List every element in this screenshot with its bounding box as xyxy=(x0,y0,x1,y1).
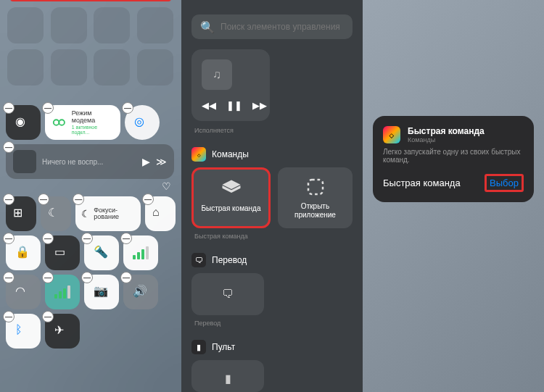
moon-icon: ☾ xyxy=(48,206,64,222)
tile-quick-command[interactable]: Быстрая команда xyxy=(191,167,271,228)
svg-point-0 xyxy=(54,120,59,125)
tile-battery[interactable]: ▭ xyxy=(45,235,80,270)
remove-icon[interactable] xyxy=(3,141,15,153)
remove-icon[interactable] xyxy=(42,102,54,114)
focus-label: Фокуси- рование xyxy=(94,207,135,220)
next-icon[interactable]: ▶▶ xyxy=(252,100,267,111)
shortcuts-icon: ⬦ xyxy=(191,147,206,162)
row-label: Быстрая команда xyxy=(383,178,461,188)
remove-icon[interactable] xyxy=(3,311,15,322)
tile-hotspot[interactable]: Режим модема 1 активное подкл... xyxy=(45,105,120,140)
accessibility-icon: ◉ xyxy=(15,114,31,130)
tile-calculator[interactable]: ⊞ xyxy=(6,196,36,231)
card-description: Легко запускайте одну из своих быстрых к… xyxy=(383,148,524,164)
card-title: Быстрая команда xyxy=(408,126,485,136)
search-input[interactable]: 🔍 xyxy=(191,14,353,39)
hotspot-title: Режим модема xyxy=(72,110,115,125)
forward-icon[interactable]: ≫ xyxy=(156,156,167,167)
translate-bubble-icon: 🗨 xyxy=(217,283,239,305)
tile-cellular-data[interactable] xyxy=(45,275,80,309)
volume-icon: 🔊 xyxy=(133,284,149,300)
choose-button[interactable]: Выбор xyxy=(487,176,522,190)
battery-icon: ▭ xyxy=(54,245,70,261)
tile-wifi[interactable]: ◠ xyxy=(6,275,41,309)
remove-icon[interactable] xyxy=(42,233,54,244)
signal-icon xyxy=(133,246,149,259)
play-icon[interactable]: ▶ xyxy=(142,156,150,167)
flashlight-icon: 🔦 xyxy=(94,245,110,261)
hotspot-subtitle: 1 активное подкл... xyxy=(72,125,115,135)
camera-icon: 📷 xyxy=(94,284,110,300)
section-title: Команды xyxy=(212,149,249,159)
tile-dnd[interactable]: ☾ xyxy=(41,196,71,231)
now-playing-caption: Исполняется xyxy=(194,127,363,134)
section-commands: ⬦ Команды xyxy=(191,147,353,162)
remove-icon[interactable] xyxy=(120,272,132,283)
section-remote: ▮ Пульт xyxy=(191,340,353,354)
tile-caption: Перевод xyxy=(194,320,363,327)
shortcut-config-card: ⬦ Быстрая команда Команды Легко запускай… xyxy=(373,116,534,202)
tile-home[interactable]: ⌂ xyxy=(145,196,176,231)
remove-icon[interactable] xyxy=(3,102,15,114)
highlight-choose: Выбор xyxy=(485,174,524,192)
signal-icon xyxy=(54,285,70,299)
pause-icon[interactable]: ❚❚ xyxy=(226,100,242,111)
remove-icon[interactable] xyxy=(81,272,93,283)
svg-point-1 xyxy=(59,120,65,125)
remove-icon[interactable] xyxy=(120,233,132,244)
music-icon: ♫ xyxy=(202,59,232,90)
remove-icon[interactable] xyxy=(38,193,49,205)
tile-label: Открыть приложение xyxy=(284,202,347,220)
home-icon: ⌂ xyxy=(152,206,168,222)
tile-orientation-lock[interactable]: 🔒 xyxy=(6,235,41,270)
remove-icon[interactable] xyxy=(42,311,54,322)
remove-icon[interactable] xyxy=(42,272,54,283)
airdrop-icon: ◎ xyxy=(134,114,150,130)
heart-icon[interactable]: ♡ xyxy=(162,180,171,192)
tile-open-app[interactable]: Открыть приложение xyxy=(278,167,353,228)
tile-airdrop[interactable]: ◎ xyxy=(125,105,160,140)
tile-remote[interactable]: ▮ xyxy=(191,360,264,392)
search-field[interactable] xyxy=(221,22,344,32)
tile-label: Быстрая команда xyxy=(201,204,260,213)
tile-focus[interactable]: ☾ Фокуси- рование xyxy=(75,196,141,231)
svg-rect-2 xyxy=(308,180,323,194)
tile-cellular[interactable] xyxy=(123,235,158,270)
bluetooth-icon: ᛒ xyxy=(15,323,31,339)
shortcuts-app-icon: ⬦ xyxy=(383,126,400,143)
section-title: Пульт xyxy=(212,342,235,352)
highlight-add-control: + Добавить элемент управления xyxy=(10,0,171,1)
hotspot-icon xyxy=(51,114,67,131)
remove-icon[interactable] xyxy=(3,272,15,283)
tile-camera[interactable]: 📷 xyxy=(84,275,119,309)
lock-rotation-icon: 🔒 xyxy=(15,245,31,261)
tile-bluetooth[interactable]: ᛒ xyxy=(6,314,41,349)
stack-icon xyxy=(221,178,242,200)
tile-volume[interactable]: 🔊 xyxy=(123,275,158,309)
tile-flashlight[interactable]: 🔦 xyxy=(84,235,119,270)
remove-icon[interactable] xyxy=(73,193,84,205)
calculator-icon: ⊞ xyxy=(13,206,29,222)
prev-icon[interactable]: ◀◀ xyxy=(202,100,216,111)
tile-now-playing[interactable]: Ничего не воспр... ▶ ≫ xyxy=(6,144,174,179)
section-title: Перевод xyxy=(212,255,247,265)
tile-accessibility[interactable]: ◉ xyxy=(6,105,41,140)
remove-icon[interactable] xyxy=(3,193,15,205)
tile-caption: Быстрая команда xyxy=(194,233,363,240)
now-playing-card[interactable]: ♫ ◀◀ ❚❚ ▶▶ xyxy=(191,49,270,121)
remove-icon[interactable] xyxy=(142,193,154,205)
remove-icon[interactable] xyxy=(122,102,133,114)
remote-device-icon: ▮ xyxy=(217,367,239,389)
tile-translate[interactable]: 🗨 xyxy=(191,273,264,315)
wifi-icon: ◠ xyxy=(15,284,31,300)
remove-icon[interactable] xyxy=(81,233,93,244)
airplane-icon: ✈ xyxy=(54,323,70,339)
remove-icon[interactable] xyxy=(3,233,15,244)
section-translate: 🗨 Перевод xyxy=(191,253,353,267)
translate-icon: 🗨 xyxy=(191,253,206,267)
remote-icon: ▮ xyxy=(191,340,206,354)
tile-airplane[interactable]: ✈ xyxy=(45,314,80,349)
album-art xyxy=(13,150,36,173)
focus-icon: ☾ xyxy=(81,208,91,220)
app-icon xyxy=(305,176,326,198)
